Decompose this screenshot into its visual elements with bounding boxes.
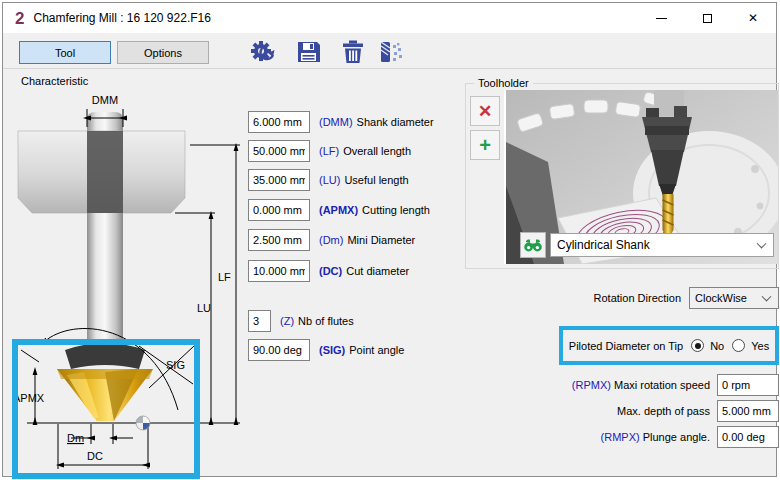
rotation-direction-dropdown[interactable]: ClockWise: [689, 287, 779, 309]
field-code: (LU): [319, 174, 340, 186]
close-icon: ✕: [748, 11, 758, 25]
title-bar: 2 Chamfering Mill : 16 120 922.F16 ✕: [3, 3, 776, 33]
piloted-diameter-highlight-box: Piloted Diameter on Tip No Yes: [559, 326, 779, 365]
field-code: (SIG): [319, 344, 345, 356]
field-code: (DMM): [319, 116, 353, 128]
field-code: (APMX): [319, 204, 358, 216]
characteristic-section-label: Characteristic: [21, 75, 88, 87]
dim-label-sig: SIG: [166, 359, 185, 371]
minimize-button[interactable]: [638, 3, 684, 33]
shank-type-dropdown[interactable]: Cylindrical Shank: [550, 233, 774, 257]
field-label: Cutting length: [362, 204, 430, 216]
field-code: (RPMX): [572, 379, 611, 391]
nb-flutes-input[interactable]: [248, 310, 271, 332]
plunge-angle-row: (RMPX) Plunge angle.: [473, 425, 779, 448]
minimize-icon: [656, 18, 667, 19]
save-icon[interactable]: [295, 38, 323, 66]
field-row-point-angle: (SIG) Point angle: [248, 339, 404, 361]
tool-chips-icon[interactable]: [377, 38, 405, 66]
tool-diagram: DMM LF LU APMX SIG Dm DC: [11, 88, 243, 480]
window-title: Chamfering Mill : 16 120 922.F16: [33, 11, 210, 25]
maximize-icon: [703, 14, 712, 23]
useful-length-input[interactable]: [248, 169, 310, 191]
field-label: Maxi rotation speed: [614, 379, 710, 391]
field-row-cutting-length: (APMX) Cutting length: [248, 199, 430, 221]
field-label: Nb of flutes: [298, 315, 354, 327]
field-row-mini-diameter: (Dm) Mini Diameter: [248, 229, 415, 251]
close-button[interactable]: ✕: [730, 3, 776, 33]
field-row-useful-length: (LU) Useful length: [248, 169, 409, 191]
origin-marker-icon: [136, 416, 150, 430]
app-logo-icon: 2: [15, 10, 24, 27]
field-label: Shank diameter: [357, 116, 434, 128]
piloted-yes-label: Yes: [751, 340, 769, 352]
field-row-nb-flutes: (Z) Nb of flutes: [248, 310, 354, 332]
field-row-shank-diameter: (DMM) Shank diameter: [248, 111, 434, 133]
rotation-direction-label: Rotation Direction: [594, 292, 681, 304]
dim-label-dm: Dm: [67, 432, 84, 444]
chamfering-mill-dialog: 2 Chamfering Mill : 16 120 922.F16 ✕ Too…: [2, 2, 777, 477]
field-row-cut-diameter: (DC) Cut diameter: [248, 260, 409, 282]
field-code: (LF): [319, 145, 339, 157]
cutter-cap: [65, 343, 145, 369]
add-toolholder-button[interactable]: +: [470, 130, 500, 160]
field-code: (DC): [319, 265, 342, 277]
maxi-rotation-speed-input[interactable]: [717, 374, 779, 396]
mini-diameter-input[interactable]: [248, 229, 310, 251]
piloted-yes-radio[interactable]: [732, 339, 745, 352]
shank-diameter-input[interactable]: [248, 111, 310, 133]
field-code: (Dm): [319, 234, 343, 246]
plunge-angle-input[interactable]: [717, 426, 779, 448]
field-label: Mini Diameter: [347, 234, 415, 246]
dim-label-dmm: DMM: [92, 94, 118, 106]
cutting-length-input[interactable]: [248, 199, 310, 221]
field-code: (Z): [280, 315, 294, 327]
field-label: Cut diameter: [346, 265, 409, 277]
sync-gear-icon[interactable]: [249, 38, 277, 66]
field-row-overall-length: (LF) Overall length: [248, 140, 411, 162]
point-angle-input[interactable]: [248, 339, 310, 361]
dim-label-lf: LF: [218, 271, 231, 283]
delete-icon: ✕: [478, 101, 492, 122]
max-depth-of-pass-input[interactable]: [717, 400, 779, 422]
tab-tool[interactable]: Tool: [19, 41, 111, 64]
field-label: Max. depth of pass: [617, 405, 710, 417]
search-toolholder-button[interactable]: [520, 232, 546, 258]
field-label: Useful length: [344, 174, 408, 186]
field-code: (RMPX): [601, 431, 640, 443]
tab-options[interactable]: Options: [117, 41, 209, 64]
screenshot: 2 Chamfering Mill : 16 120 922.F16 ✕ Too…: [0, 0, 780, 480]
field-label: Point angle: [349, 344, 404, 356]
max-depth-of-pass-row: Max. depth of pass: [473, 399, 779, 422]
toolholder-group-label: Toolholder: [474, 77, 533, 89]
piloted-diameter-label: Piloted Diameter on Tip: [569, 340, 683, 352]
chevron-down-icon: [757, 239, 767, 249]
toolholder-group: Toolholder ✕ +: [465, 83, 779, 269]
shank-type-value: Cylindrical Shank: [557, 238, 650, 252]
rotation-direction-row: Rotation Direction ClockWise: [473, 287, 779, 309]
trash-icon[interactable]: [339, 38, 367, 66]
maxi-rotation-speed-row: (RPMX) Maxi rotation speed: [473, 373, 779, 396]
maximize-button[interactable]: [684, 3, 730, 33]
dim-label-lu: LU: [197, 302, 211, 314]
add-icon: +: [479, 134, 491, 157]
radio-dot: [695, 343, 701, 349]
cut-diameter-input[interactable]: [248, 260, 310, 282]
piloted-no-label: No: [710, 340, 724, 352]
chevron-down-icon: [762, 292, 772, 302]
field-label: Plunge angle.: [643, 431, 710, 443]
field-label: Overall length: [343, 145, 411, 157]
overall-length-input[interactable]: [248, 140, 310, 162]
piloted-no-radio[interactable]: [691, 339, 704, 352]
toolbar: Tool Options: [3, 33, 776, 69]
dim-label-dc: DC: [87, 450, 103, 462]
binoculars-icon: [524, 239, 542, 252]
shank-top: [87, 112, 123, 132]
delete-toolholder-button[interactable]: ✕: [470, 96, 500, 126]
rotation-direction-value: ClockWise: [695, 292, 747, 304]
